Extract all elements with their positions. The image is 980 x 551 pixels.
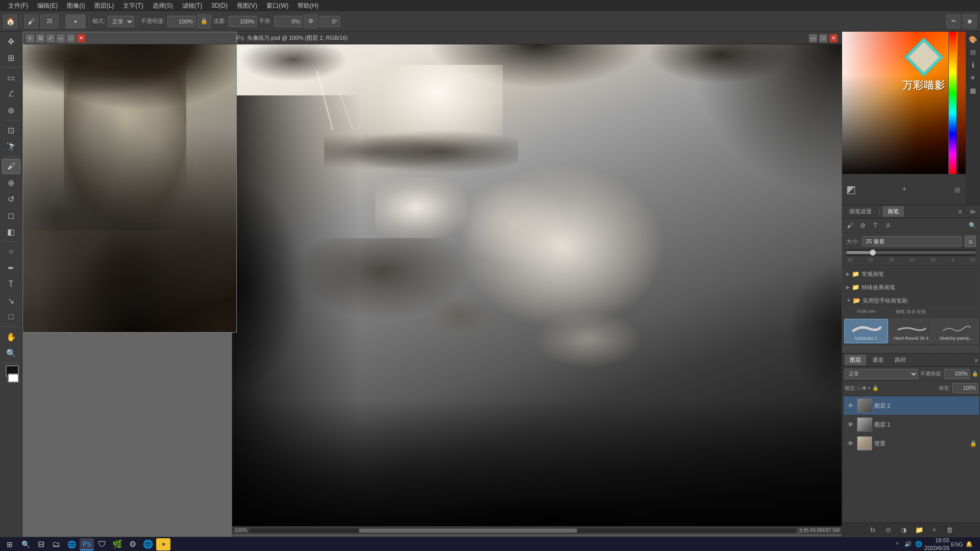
layer-tab[interactable]: 图层 (845, 355, 866, 365)
taskbar-chrome[interactable]: 🌐 (64, 538, 79, 550)
layer-item-2[interactable]: 👁 图层 2 (844, 396, 979, 415)
size-thumb[interactable] (870, 249, 876, 256)
taskbar-yellow-app[interactable]: ★ (156, 538, 170, 550)
category-special-header[interactable]: ▶ 📁 特殊效果画笔 (844, 281, 978, 293)
size-slider[interactable] (846, 249, 976, 256)
scroll-thumb[interactable] (359, 529, 578, 533)
artboard-tool[interactable]: ⊞ (2, 50, 20, 65)
layer-blend-mode[interactable]: 正常 (845, 369, 918, 379)
taskbar-photoshop[interactable]: Ps (80, 538, 94, 550)
ref-expand-icon[interactable]: ⤢ (46, 34, 55, 42)
eraser-tool[interactable]: ◻ (2, 208, 20, 223)
histogram-icon[interactable]: ▦ (967, 85, 978, 96)
color-gradient-area[interactable]: 万彩喵影 (842, 32, 966, 174)
size-preview-button[interactable]: ⧈ (965, 236, 976, 247)
tray-chevron[interactable]: ^ (893, 540, 902, 549)
blend-mode-select[interactable]: 正常 (108, 16, 134, 27)
menu-select[interactable]: 选择(S) (149, 1, 177, 11)
color-fg-bg[interactable]: ◩ (845, 184, 856, 195)
taskbar-file-explorer[interactable]: 🗂 (49, 538, 63, 550)
size-value[interactable]: 25 像素 (862, 236, 962, 246)
marquee-tool[interactable]: ▭ (2, 70, 20, 85)
fill-input[interactable] (952, 383, 978, 393)
ref-maximize-icon[interactable]: □ (67, 34, 75, 42)
menu-layer[interactable]: 图层(L) (90, 1, 118, 11)
panel-menu-icon[interactable]: ≡ (954, 206, 966, 217)
tray-volume[interactable]: 🔊 (903, 540, 913, 549)
taskbar-shield[interactable]: 🛡 (95, 538, 109, 550)
menu-edit[interactable]: 编辑(E) (33, 1, 62, 11)
ref-close-icon[interactable]: ✕ (77, 34, 85, 42)
brush-options-icon[interactable]: ◉ (963, 14, 977, 29)
zoom-tool[interactable]: 🔍 (2, 345, 20, 361)
smoothing-settings-icon[interactable]: ⚙ (304, 14, 318, 29)
menu-window[interactable]: 窗口(W) (262, 1, 292, 11)
color-panel-icon[interactable]: 🎨 (967, 34, 978, 45)
dodge-tool[interactable]: ○ (2, 244, 20, 259)
brush-malarska1[interactable]: Malarska 1 (844, 319, 888, 343)
brush-preset-picker[interactable]: ● (65, 14, 86, 29)
brush-tool-icon[interactable]: 🖌 (24, 14, 38, 29)
eyedropper-tool[interactable]: 🔭 (2, 139, 20, 154)
background-color[interactable] (8, 373, 19, 383)
info-icon[interactable]: ℹ (967, 59, 978, 70)
taskbar-settings[interactable]: ⚙ (126, 538, 140, 550)
brush-tool[interactable]: 🖌 (2, 159, 20, 174)
layer-2-visibility[interactable]: 👁 (846, 401, 855, 410)
add-mask-icon[interactable]: ⊙ (883, 524, 894, 536)
new-layer-icon[interactable]: + (929, 524, 940, 536)
channel-tab[interactable]: 通道 (867, 355, 889, 365)
light-icon[interactable]: ☀ (967, 72, 978, 83)
ps-minimize-icon[interactable]: — (809, 34, 817, 42)
layer-item-1[interactable]: 👁 图层 1 (844, 415, 979, 434)
adjust-icon[interactable]: ⊟ (967, 46, 978, 58)
menu-file[interactable]: 文件(F) (4, 1, 32, 11)
brush-sketchy-painty[interactable]: Sketchy painty... (934, 319, 978, 343)
panel-expand-icon[interactable]: ≫ (967, 206, 978, 217)
taskbar-taskview[interactable]: ⊟ (34, 538, 48, 550)
pen-tool[interactable]: ✒ (2, 260, 20, 276)
layer-panel-menu[interactable]: ≡ (975, 357, 978, 363)
menu-help[interactable]: 帮助(H) (293, 1, 323, 11)
menu-3d[interactable]: 3D(D) (207, 1, 232, 10)
layer-background[interactable]: 👁 背景 🔒 (844, 434, 979, 453)
tray-notification[interactable]: 🔔 (965, 540, 974, 549)
opacity-bar[interactable] (958, 32, 966, 174)
flow-input[interactable] (229, 16, 257, 27)
path-tab[interactable]: 路径 (890, 355, 911, 365)
brush-size-indicator[interactable]: 25 (40, 14, 59, 29)
menu-image[interactable]: 图像(I) (63, 1, 89, 11)
type-tool[interactable]: T (2, 277, 20, 292)
brush-type-icon[interactable]: T (870, 220, 881, 231)
hand-tool[interactable]: ✋ (2, 329, 20, 344)
pressure-icon[interactable]: ✏ (946, 14, 961, 29)
category-regular-header[interactable]: ▶ 📁 常规画笔 (844, 268, 978, 280)
brush-settings-icon[interactable]: ⚙ (857, 220, 868, 231)
gradient-tool[interactable]: ◧ (2, 224, 20, 239)
fx-button[interactable]: fx (868, 524, 879, 536)
ps-canvas[interactable] (232, 44, 842, 526)
color-picker2[interactable]: ⌖ (898, 184, 910, 195)
ps-close-icon[interactable]: ✕ (829, 34, 838, 42)
home-button[interactable]: 🏠 (3, 14, 17, 29)
search-brushes-icon[interactable]: 🔍 (967, 220, 978, 231)
font-icon[interactable]: A (883, 220, 894, 231)
ref-restore-icon[interactable]: ⧉ (36, 34, 44, 42)
taskbar-browser2[interactable]: 🌐 (141, 538, 155, 550)
taskbar-clock[interactable]: 19:55 2020/6/26 ENG 🔔 (924, 537, 978, 551)
smoothing-input[interactable] (274, 16, 302, 27)
layer-opacity-input[interactable] (944, 369, 970, 379)
bg-visibility[interactable]: 👁 (846, 439, 855, 448)
path-select-tool[interactable]: ↘ (2, 293, 20, 308)
opacity-input[interactable] (167, 16, 195, 27)
opacity-lock-icon[interactable]: 🔒 (197, 14, 211, 29)
shape-tool[interactable]: □ (2, 309, 20, 324)
windows-start-button[interactable]: ⊞ (2, 538, 17, 550)
ref-menu-icon[interactable]: ≡ (26, 34, 34, 42)
tab-brush-settings[interactable]: 画笔设置 (844, 206, 877, 217)
scroll-track[interactable] (250, 529, 796, 533)
quick-select-tool[interactable]: ⊛ (2, 103, 20, 118)
ps-maximize-icon[interactable]: □ (819, 34, 827, 42)
brush-hard-round[interactable]: Hard Round 35 4 (889, 319, 933, 343)
angle-input[interactable] (320, 16, 340, 27)
